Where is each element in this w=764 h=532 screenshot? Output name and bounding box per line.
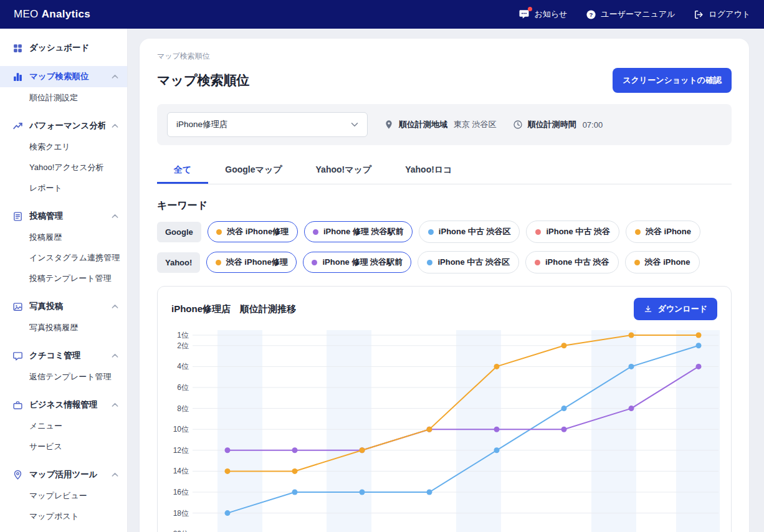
- keyword-select[interactable]: iPhone修理店: [167, 112, 368, 137]
- sidebar-item-label: 投稿管理: [29, 211, 105, 222]
- keyword-row: Yahoo!渋谷 iPhone修理iPhone 修理 渋谷駅前iPhone 中古…: [157, 251, 732, 273]
- dashboard-icon: [12, 43, 23, 54]
- sidebar-item-label: マップ活用ツール: [29, 469, 105, 480]
- logout-link[interactable]: ログアウト: [694, 9, 750, 20]
- sidebar-item[interactable]: 投稿管理: [0, 206, 127, 227]
- chevron-up-icon: [112, 472, 118, 477]
- brand-logo[interactable]: MEOAnalytics: [14, 8, 90, 21]
- keyword-chip-label: iPhone 修理 渋谷駅前: [323, 226, 404, 237]
- sidebar-subitem[interactable]: 写真投稿履歴: [0, 317, 127, 338]
- sidebar-item[interactable]: 写真投稿: [0, 296, 127, 317]
- logout-label: ログアウト: [709, 9, 750, 20]
- sidebar-item[interactable]: マップ検索順位: [0, 66, 127, 87]
- tab-3[interactable]: Yahoo!ロコ: [388, 158, 469, 184]
- keyword-chip[interactable]: 渋谷 iPhone修理: [208, 221, 298, 243]
- clock-icon: [513, 120, 523, 130]
- breadcrumb: マップ検索順位: [157, 51, 732, 62]
- sidebar-subitem[interactable]: 検索クエリ: [0, 136, 127, 157]
- sidebar-subitem[interactable]: 投稿履歴: [0, 227, 127, 247]
- time-label: 順位計測時間: [528, 119, 576, 130]
- keyword-chip[interactable]: iPhone 中古 渋谷: [525, 251, 619, 273]
- keyword-color-dot: [634, 260, 640, 265]
- keyword-chip-label: 渋谷 iPhone: [645, 257, 690, 268]
- notice-label: お知らせ: [534, 9, 567, 20]
- keyword-chip[interactable]: 渋谷 iPhone修理: [206, 252, 297, 273]
- source-label-chip: Yahoo!: [157, 252, 200, 273]
- sidebar-subitem[interactable]: マップポスト: [0, 506, 127, 526]
- screenshot-check-button[interactable]: スクリーンショットの確認: [613, 68, 732, 93]
- chat-bubble-icon: [518, 9, 530, 20]
- download-button[interactable]: ダウンロード: [634, 298, 717, 320]
- keyword-chip[interactable]: 渋谷 iPhone: [625, 251, 700, 273]
- keyword-chip[interactable]: iPhone 修理 渋谷駅前: [304, 221, 413, 243]
- keyword-chip[interactable]: iPhone 中古 渋谷: [526, 221, 619, 243]
- keyword-color-dot: [428, 229, 434, 235]
- region-group: 順位計測地域 東京 渋谷区: [384, 119, 497, 130]
- location-pin-icon: [384, 120, 394, 130]
- svg-text:16位: 16位: [173, 488, 189, 496]
- chevron-down-icon: [351, 121, 358, 128]
- sidebar-item[interactable]: クチコミ管理: [0, 345, 127, 366]
- keyword-chip[interactable]: 渋谷 iPhone: [626, 221, 700, 243]
- sidebar-item-label: パフォーマンス分析: [29, 120, 105, 131]
- sidebar-subitem[interactable]: Yahoo!アクセス分析: [0, 157, 127, 178]
- chevron-up-icon: [112, 214, 118, 219]
- sidebar-item-label: マップ検索順位: [29, 71, 105, 82]
- keyword-chip-label: iPhone 中古 渋谷: [545, 257, 609, 268]
- keyword-color-dot: [535, 229, 541, 235]
- user-manual-link[interactable]: ? ユーザーマニュアル: [586, 9, 675, 20]
- sidebar-subitem[interactable]: メニュー: [0, 416, 127, 436]
- keyword-chip-label: iPhone 中古 渋谷: [546, 226, 610, 237]
- photo-icon: [12, 302, 23, 312]
- svg-text:14位: 14位: [173, 467, 189, 475]
- svg-text:1位: 1位: [177, 331, 189, 340]
- sidebar-subitem[interactable]: インスタグラム連携管理: [0, 247, 127, 268]
- rank-chart-card: iPhone修理店 順位計測推移 ダウンロード 1位2位4位6位8位10位12位…: [157, 286, 732, 532]
- business-icon: [12, 400, 23, 411]
- notice-link[interactable]: お知らせ: [518, 9, 567, 20]
- post-icon: [12, 211, 23, 222]
- sidebar-subitem[interactable]: サービス: [0, 436, 127, 457]
- svg-text:8位: 8位: [177, 404, 189, 413]
- sidebar-item-label: ダッシュボード: [29, 42, 118, 54]
- sidebar-subitem[interactable]: 返信テンプレート管理: [0, 366, 127, 387]
- keyword-chip[interactable]: iPhone 中古 渋谷区: [419, 221, 520, 243]
- chevron-up-icon: [112, 402, 118, 407]
- keyword-chip-label: 渋谷 iPhone: [646, 226, 691, 237]
- tab-2[interactable]: Yahoo!マップ: [299, 158, 389, 184]
- main-card: マップ検索順位 マップ検索順位 スクリーンショットの確認 iPhone修理店 順…: [140, 39, 749, 532]
- sidebar-item[interactable]: マップ活用ツール: [0, 464, 127, 485]
- tab-1[interactable]: Googleマップ: [208, 158, 298, 184]
- topbar-nav: お知らせ ? ユーザーマニュアル ログアウト: [518, 9, 750, 20]
- sidebar-item[interactable]: ビジネス情報管理: [0, 394, 127, 416]
- keyword-select-value: iPhone修理店: [176, 119, 228, 130]
- chart-title: iPhone修理店 順位計測推移: [171, 303, 296, 315]
- rank-chart-svg: 1位2位4位6位8位10位12位14位16位18位20位01月/202202月/…: [171, 326, 722, 532]
- tab-0[interactable]: 全て: [157, 158, 208, 184]
- svg-text:6位: 6位: [177, 383, 189, 392]
- brand-analytics: Analytics: [42, 8, 90, 20]
- time-value: 07:00: [583, 120, 603, 130]
- sidebar-subitem[interactable]: 投稿テンプレート管理: [0, 268, 127, 288]
- sidebar-item[interactable]: パフォーマンス分析: [0, 115, 127, 136]
- sidebar-item-label: ビジネス情報管理: [29, 399, 105, 411]
- sidebar-subitem[interactable]: マップレビュー: [0, 485, 127, 506]
- keyword-color-dot: [535, 260, 540, 265]
- topbar: MEOAnalytics お知らせ ? ユーザーマニュアル ログアウト: [0, 0, 764, 29]
- keyword-chip[interactable]: iPhone 中古 渋谷区: [418, 251, 519, 273]
- keyword-chip[interactable]: iPhone 修理 渋谷駅前: [303, 252, 411, 273]
- svg-text:10位: 10位: [173, 425, 189, 434]
- time-group: 順位計測時間 07:00: [513, 119, 603, 130]
- sidebar-subitem[interactable]: レポート: [0, 178, 127, 198]
- main-area: マップ検索順位 マップ検索順位 スクリーンショットの確認 iPhone修理店 順…: [128, 29, 764, 532]
- keyword-color-dot: [313, 229, 318, 235]
- bar-chart-icon: [12, 72, 23, 82]
- sidebar-item-label: クチコミ管理: [29, 350, 105, 361]
- chevron-up-icon: [112, 123, 118, 128]
- region-value: 東京 渋谷区: [454, 119, 497, 130]
- notification-badge: [528, 7, 532, 11]
- sidebar-subitem[interactable]: 順位計測設定: [0, 87, 127, 108]
- chevron-up-icon: [112, 304, 118, 309]
- sidebar-item[interactable]: ダッシュボード: [0, 37, 127, 59]
- keyword-chip-label: iPhone 修理 渋谷駅前: [322, 257, 403, 268]
